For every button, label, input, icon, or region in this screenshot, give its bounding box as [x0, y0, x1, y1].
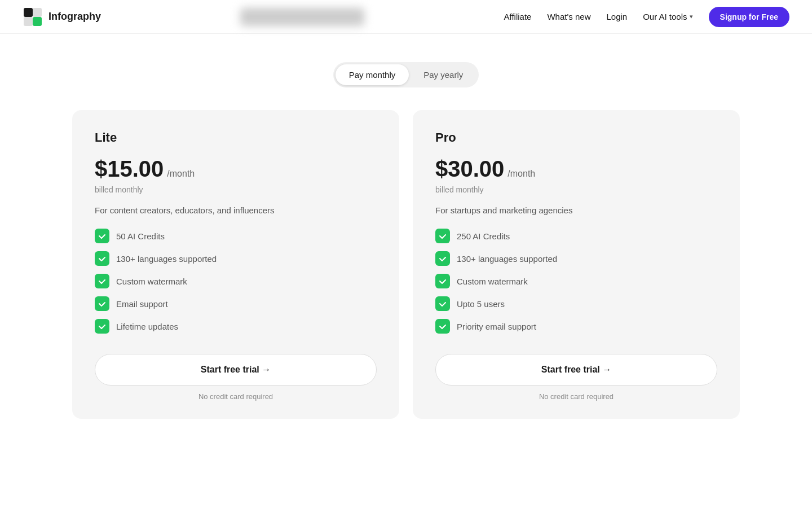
pricing-card-lite: Lite $15.00 /month billed monthly For co…	[72, 110, 399, 419]
chevron-down-icon: ▾	[690, 13, 693, 20]
check-icon	[95, 296, 109, 311]
plan-name: Lite	[95, 130, 377, 145]
nav-our-ai-tools-link[interactable]: Our AI tools ▾	[643, 12, 692, 21]
feature-text: Upto 5 users	[457, 299, 505, 309]
svg-rect-0	[24, 8, 33, 17]
check-icon	[435, 319, 450, 334]
no-card-text: No credit card required	[95, 392, 377, 401]
feature-item: Upto 5 users	[435, 296, 717, 311]
svg-rect-1	[33, 17, 42, 26]
pricing-card-pro: Pro $30.00 /month billed monthly For sta…	[413, 110, 740, 419]
billing-note: billed monthly	[435, 185, 717, 194]
navbar-search-blurred	[240, 8, 364, 26]
check-icon	[95, 251, 109, 266]
signup-button[interactable]: Signup for Free	[709, 7, 789, 27]
billing-toggle: Pay monthly Pay yearly	[333, 62, 479, 87]
navbar-right: Affiliate What's new Login Our AI tools …	[504, 7, 789, 27]
feature-item: 50 AI Credits	[95, 229, 377, 243]
check-icon	[435, 251, 450, 266]
feature-text: 130+ languages supported	[116, 254, 217, 264]
feature-item: 130+ languages supported	[435, 251, 717, 266]
feature-text: 130+ languages supported	[457, 254, 557, 264]
billing-note: billed monthly	[95, 185, 377, 194]
feature-item: Priority email support	[435, 319, 717, 334]
check-icon	[435, 229, 450, 243]
check-icon	[435, 274, 450, 288]
feature-text: Lifetime updates	[116, 322, 178, 331]
billing-toggle-wrapper: Pay monthly Pay yearly	[0, 62, 812, 87]
feature-text: Custom watermark	[116, 277, 187, 286]
feature-item: 130+ languages supported	[95, 251, 377, 266]
no-card-text: No credit card required	[435, 392, 717, 401]
logo-icon	[23, 7, 43, 27]
check-icon	[95, 274, 109, 288]
navbar-center	[101, 8, 504, 26]
price-amount: $30.00	[435, 156, 504, 182]
feature-item: Custom watermark	[435, 274, 717, 288]
feature-text: Custom watermark	[457, 277, 528, 286]
feature-item: Lifetime updates	[95, 319, 377, 334]
feature-text: Email support	[116, 299, 168, 309]
price-row: $30.00 /month	[435, 156, 717, 182]
price-period: /month	[508, 169, 535, 179]
plan-description: For startups and marketing agencies	[435, 205, 717, 215]
feature-item: 250 AI Credits	[435, 229, 717, 243]
check-icon	[95, 229, 109, 243]
plan-description: For content creators, educators, and inf…	[95, 205, 377, 215]
svg-rect-3	[24, 17, 33, 26]
price-row: $15.00 /month	[95, 156, 377, 182]
svg-rect-2	[33, 8, 42, 17]
price-period: /month	[167, 169, 195, 179]
nav-login-link[interactable]: Login	[606, 12, 627, 21]
check-icon	[435, 296, 450, 311]
feature-text: 50 AI Credits	[116, 231, 165, 241]
feature-item: Email support	[95, 296, 377, 311]
start-trial-button-lite[interactable]: Start free trial →	[95, 354, 377, 386]
pricing-cards-wrapper: Lite $15.00 /month billed monthly For co…	[0, 110, 812, 419]
pay-monthly-button[interactable]: Pay monthly	[336, 64, 409, 85]
price-amount: $15.00	[95, 156, 164, 182]
plan-name: Pro	[435, 130, 717, 145]
logo-text: Infography	[48, 11, 101, 23]
navbar-left: Infography	[23, 7, 101, 27]
nav-affiliate-link[interactable]: Affiliate	[504, 12, 531, 21]
feature-text: 250 AI Credits	[457, 231, 510, 241]
features-list: 250 AI Credits 130+ languages supported	[435, 229, 717, 334]
features-list: 50 AI Credits 130+ languages supported C	[95, 229, 377, 334]
pay-yearly-button[interactable]: Pay yearly	[410, 64, 476, 85]
check-icon	[95, 319, 109, 334]
start-trial-button-pro[interactable]: Start free trial →	[435, 354, 717, 386]
feature-text: Priority email support	[457, 322, 536, 331]
navbar: Infography Affiliate What's new Login Ou…	[0, 0, 812, 34]
nav-whats-new-link[interactable]: What's new	[547, 12, 590, 21]
feature-item: Custom watermark	[95, 274, 377, 288]
